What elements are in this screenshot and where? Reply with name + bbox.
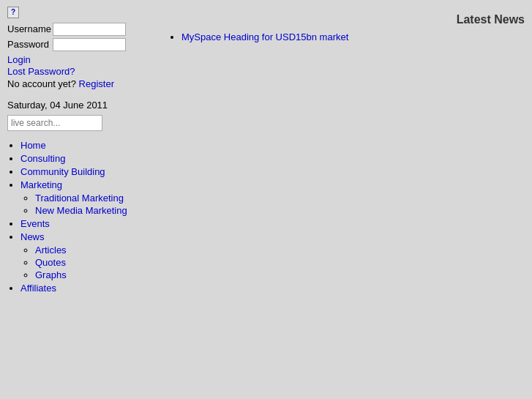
nav-link-community-building[interactable]: Community Building <box>20 166 105 177</box>
username-input[interactable] <box>53 23 126 36</box>
nav-item-events: Events <box>20 218 154 229</box>
login-link[interactable]: Login <box>7 54 154 65</box>
logo-area: ? <box>7 6 154 18</box>
password-label: Password <box>7 39 53 50</box>
nav-item-graphs: Graphs <box>35 269 154 280</box>
date-display: Saturday, 04 June 2011 <box>7 100 154 111</box>
nav-link-quotes[interactable]: Quotes <box>35 257 66 268</box>
nav-item-articles: Articles <box>35 245 154 256</box>
no-account-text: No account yet? <box>7 78 76 89</box>
nav-item-home: Home <box>20 140 154 151</box>
nav-link-new-media-marketing[interactable]: New Media Marketing <box>35 205 127 216</box>
logo-icon: ? <box>7 7 19 18</box>
list-item: MySpace Heading for USD15bn market <box>181 31 525 44</box>
right-column: Latest News MySpace Heading for USD15bn … <box>161 0 532 399</box>
nav-link-events[interactable]: Events <box>20 218 50 229</box>
latest-news-list: MySpace Heading for USD15bn market <box>168 31 525 44</box>
password-row: Password <box>7 38 154 51</box>
marketing-subnav: Traditional Marketing New Media Marketin… <box>20 193 154 216</box>
nav-item-quotes: Quotes <box>35 257 154 268</box>
nav-item-marketing: Marketing Traditional Marketing New Medi… <box>20 179 154 216</box>
username-label: Username <box>7 23 53 34</box>
nav-item-traditional-marketing: Traditional Marketing <box>35 193 154 204</box>
nav-link-home[interactable]: Home <box>20 140 46 151</box>
latest-news-section: Latest News MySpace Heading for USD15bn … <box>168 13 525 44</box>
nav-link-graphs[interactable]: Graphs <box>35 269 67 280</box>
nav-link-consulting[interactable]: Consulting <box>20 153 65 164</box>
nav-item-affiliates: Affiliates <box>20 283 154 294</box>
password-input[interactable] <box>53 38 126 51</box>
nav-item-new-media-marketing: New Media Marketing <box>35 205 154 216</box>
login-form: Username Password <box>7 23 154 51</box>
nav-link-articles[interactable]: Articles <box>35 245 67 256</box>
register-link[interactable]: Register <box>79 78 114 89</box>
nav-item-consulting: Consulting <box>20 153 154 164</box>
nav-item-community-building: Community Building <box>20 166 154 177</box>
news-subnav: Articles Quotes Graphs <box>20 245 154 280</box>
main-nav: Home Consulting Community Building Marke… <box>7 140 154 294</box>
nav-link-marketing[interactable]: Marketing <box>20 179 62 190</box>
latest-news-title: Latest News <box>168 13 525 26</box>
no-account-section: No account yet? Register <box>7 78 154 89</box>
login-links: Login Lost Password? <box>7 54 154 77</box>
username-row: Username <box>7 23 154 36</box>
lost-password-link[interactable]: Lost Password? <box>7 66 154 77</box>
nav-link-affiliates[interactable]: Affiliates <box>20 283 56 294</box>
nav-link-traditional-marketing[interactable]: Traditional Marketing <box>35 193 124 204</box>
latest-news-link-1[interactable]: MySpace Heading for USD15bn market <box>181 31 348 42</box>
nav-link-news[interactable]: News <box>20 231 45 242</box>
search-input[interactable] <box>7 115 102 131</box>
nav-item-news: News Articles Quotes Graphs <box>20 231 154 280</box>
